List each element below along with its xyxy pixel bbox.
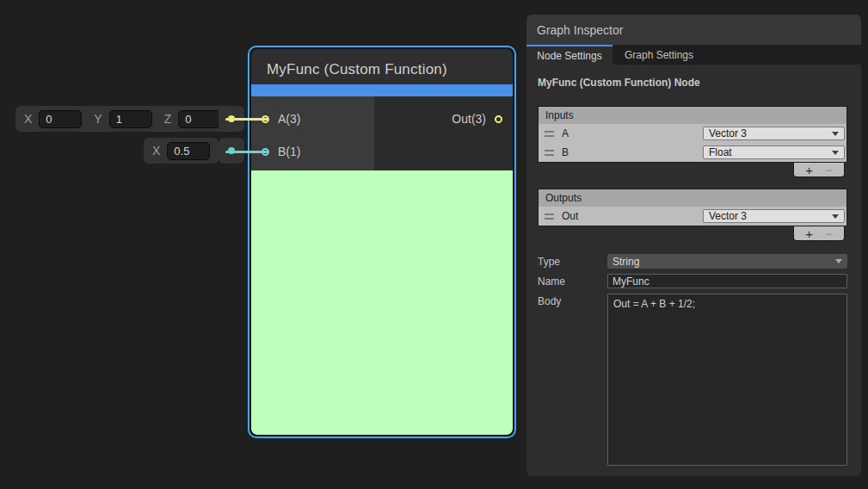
inspector-tabbar: Node Settings Graph Settings — [526, 45, 861, 65]
output-out-type-value: Vector 3 — [709, 210, 747, 222]
z-field[interactable] — [178, 110, 221, 128]
input-b-name: B — [562, 146, 703, 158]
drag-handle-icon[interactable] — [545, 131, 554, 137]
input-b-type-dropdown[interactable]: Float — [703, 145, 845, 159]
node-preview — [251, 170, 513, 435]
node-output-ports: Out(3) — [374, 96, 513, 170]
inspector-title: Graph Inspector — [537, 23, 623, 37]
body-textarea[interactable] — [607, 294, 847, 466]
node-ports: A(3) B(1) Out(3) — [251, 96, 513, 170]
node-title: MyFunc (Custom Function) — [267, 61, 447, 78]
node-header: MyFunc (Custom Function) — [251, 49, 513, 84]
inspector-header[interactable]: Graph Inspector — [526, 15, 861, 45]
inputs-list: Inputs A Vector 3 B Float — [538, 106, 847, 163]
x-label: X — [152, 144, 160, 158]
vector3-input-widget: X Y Z — [15, 106, 230, 132]
z-label: Z — [164, 112, 172, 126]
type-dropdown[interactable]: String — [607, 254, 847, 269]
float-input-widget: X — [144, 138, 219, 164]
body-label: Body — [538, 294, 607, 307]
port-out[interactable]: Out(3) — [374, 102, 513, 135]
dropdown-arrow-icon — [835, 259, 842, 263]
input-a-type-value: Vector 3 — [709, 127, 747, 139]
tab-node-settings[interactable]: Node Settings — [526, 45, 613, 65]
inputs-remove-button[interactable]: − — [825, 164, 833, 176]
node-input-ports: A(3) B(1) — [251, 96, 374, 170]
x-field[interactable] — [39, 110, 82, 128]
tab-graph-settings[interactable]: Graph Settings — [613, 45, 705, 65]
x-label: X — [24, 112, 32, 126]
input-b-type-value: Float — [709, 146, 732, 158]
type-value: String — [613, 256, 639, 268]
input-a-name: A — [562, 127, 703, 139]
function-properties: Type String Name Body — [538, 254, 847, 466]
inputs-add-button[interactable]: + — [805, 164, 813, 176]
node-body: MyFunc (Custom Function) A(3) B(1) — [251, 49, 513, 435]
drag-handle-icon[interactable] — [545, 214, 554, 220]
outputs-list-title: Outputs — [539, 189, 846, 207]
port-b-label: B(1) — [278, 145, 300, 158]
y-label: Y — [94, 112, 102, 126]
edge-vector3-to-a[interactable] — [225, 118, 268, 121]
type-label: Type — [538, 254, 607, 268]
output-row-out[interactable]: Out Vector 3 — [539, 207, 846, 226]
graph-inspector-panel: Graph Inspector Node Settings Graph Sett… — [526, 15, 861, 476]
port-a[interactable]: A(3) — [251, 102, 374, 135]
dropdown-arrow-icon — [832, 214, 839, 219]
output-out-type-dropdown[interactable]: Vector 3 — [703, 209, 845, 223]
input-row-b[interactable]: B Float — [539, 143, 846, 162]
name-label: Name — [538, 274, 607, 288]
inspector-body: MyFunc (Custom Function) Node Inputs A V… — [526, 65, 861, 476]
port-b[interactable]: B(1) — [251, 135, 374, 168]
dropdown-arrow-icon — [832, 151, 839, 155]
outputs-list: Outputs Out Vector 3 — [538, 189, 847, 226]
edge-float-to-b[interactable] — [225, 151, 268, 153]
port-a-label: A(3) — [278, 112, 300, 126]
custom-function-node[interactable]: MyFunc (Custom Function) A(3) B(1) — [248, 46, 516, 438]
inputs-list-footer: + − — [793, 163, 845, 177]
dropdown-arrow-icon — [832, 132, 839, 136]
input-row-a[interactable]: A Vector 3 — [539, 124, 846, 143]
output-out-name: Out — [562, 210, 703, 222]
y-field[interactable] — [109, 110, 152, 128]
port-out-circle-icon[interactable] — [495, 115, 502, 123]
name-input[interactable] — [607, 274, 847, 288]
float-field[interactable] — [167, 142, 210, 160]
outputs-list-footer: + − — [793, 226, 845, 241]
shader-graph-canvas: X Y Z X MyFunc (Custom Function) — [0, 0, 868, 489]
node-accent-bar — [251, 84, 513, 96]
port-out-label: Out(3) — [452, 112, 486, 126]
node-settings-heading: MyFunc (Custom Function) Node — [538, 77, 847, 89]
drag-handle-icon[interactable] — [545, 150, 554, 156]
input-a-type-dropdown[interactable]: Vector 3 — [703, 127, 845, 140]
inputs-list-title: Inputs — [539, 107, 846, 124]
outputs-remove-button[interactable]: − — [825, 227, 833, 240]
outputs-add-button[interactable]: + — [805, 227, 813, 240]
